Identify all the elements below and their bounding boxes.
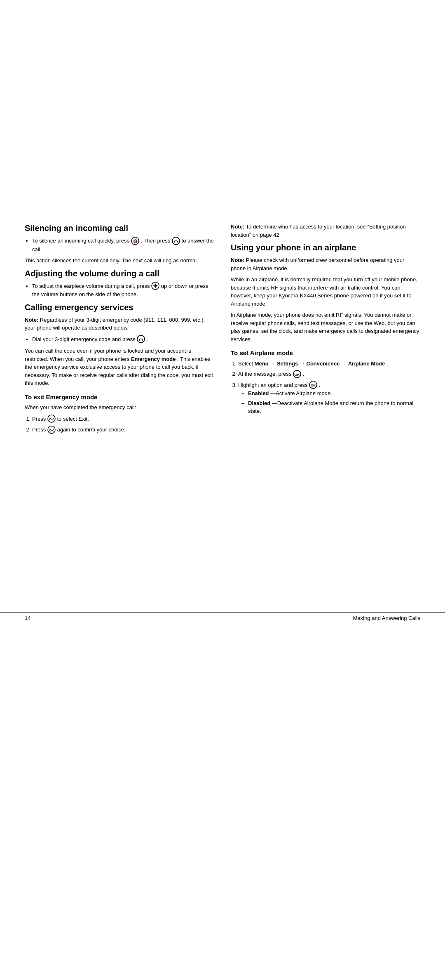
emergency-bullet1: Dial your 3-digit emergency code and pre…	[32, 335, 214, 344]
nav-icon	[151, 282, 159, 290]
emergency-bullets: Dial your 3-digit emergency code and pre…	[32, 335, 214, 344]
left-column: Silencing an incoming call To silence an…	[25, 223, 214, 438]
svg-marker-7	[155, 287, 156, 288]
silencing-body1: This action silences the current call on…	[25, 257, 214, 265]
section-airplane-title: Using your phone in an airplane	[231, 242, 420, 253]
section-set-airplane: To set Airplane mode Select Menu → Setti…	[231, 349, 420, 415]
dash-enabled: Enabled —Activate Airplane mode.	[248, 389, 420, 398]
svg-text:🔇: 🔇	[133, 239, 138, 244]
exit-emergency-title: To exit Emergency mode	[25, 393, 214, 401]
ok-icon-3: OK	[293, 370, 301, 378]
airplane-note: Note: Please check with uniformed crew p…	[231, 256, 420, 272]
send-icon-2	[137, 335, 145, 343]
svg-text:OK: OK	[311, 384, 316, 387]
ok-icon-4: OK	[309, 381, 317, 389]
right-note1: Note: To determine who has access to you…	[231, 223, 420, 239]
silencing-bullet1: To silence an incoming call quickly, pre…	[32, 237, 214, 253]
set-airplane-title: To set Airplane mode	[231, 349, 420, 357]
silence-icon: 🔇	[131, 237, 139, 245]
set-airplane-step2: At the message, press OK .	[238, 370, 420, 379]
exit-step1: Press OK to select Exit.	[32, 415, 214, 424]
section-silencing: Silencing an incoming call To silence an…	[25, 223, 214, 265]
section-emergency: Calling emergency services Note: Regardl…	[25, 302, 214, 434]
svg-text:OK: OK	[49, 417, 54, 421]
content-area: Silencing an incoming call To silence an…	[0, 0, 445, 462]
svg-marker-9	[156, 285, 158, 287]
volume-bullet1: To adjust the earpiece volume during a c…	[32, 282, 214, 299]
airplane-body2: In Airplane mode, your phone does not em…	[231, 311, 420, 343]
ok-icon-1: OK	[47, 415, 56, 423]
silencing-bullets: To silence an incoming call quickly, pre…	[32, 237, 214, 253]
exit-emergency-steps: Press OK to select Exit. Press	[32, 415, 214, 434]
section-silencing-title: Silencing an incoming call	[25, 223, 214, 233]
svg-point-10	[155, 285, 156, 287]
send-icon-1	[172, 237, 180, 245]
dash-disabled: Disabled —Deactivate Airplane Mode and r…	[248, 399, 420, 415]
svg-text:OK: OK	[295, 373, 300, 377]
footer: 14 Making and Answering Calls	[0, 612, 445, 621]
page: Silencing an incoming call To silence an…	[0, 0, 445, 980]
svg-marker-8	[153, 285, 155, 287]
section-volume-title: Adjusting the volume during a call	[25, 268, 214, 279]
footer-page-number: 14	[25, 615, 30, 621]
ok-icon-2: OK	[47, 426, 56, 434]
exit-step2: Press OK again to confirm your choice.	[32, 426, 214, 434]
emergency-body1: You can call the code even if your phone…	[25, 347, 214, 387]
section-volume: Adjusting the volume during a call To ad…	[25, 268, 214, 299]
right-column: Note: To determine who has access to you…	[231, 223, 420, 438]
svg-marker-6	[155, 283, 156, 285]
svg-text:OK: OK	[49, 429, 54, 432]
emergency-note: Note: Regardless of your 3-digit emergen…	[25, 316, 214, 332]
footer-chapter-title: Making and Answering Calls	[353, 615, 420, 621]
set-airplane-step3: Highlight an option and press OK . Enabl…	[238, 381, 420, 415]
volume-bullets: To adjust the earpiece volume during a c…	[32, 282, 214, 299]
set-airplane-step1: Select Menu → Settings → Convenience → A…	[238, 360, 420, 368]
subsection-exit-emergency: To exit Emergency mode When you have com…	[25, 393, 214, 434]
airplane-body1: While in an airplane, it is normally req…	[231, 276, 420, 308]
section-emergency-title: Calling emergency services	[25, 302, 214, 313]
section-airplane: Using your phone in an airplane Note: Pl…	[231, 242, 420, 343]
airplane-dash-list: Enabled —Activate Airplane mode. Disable…	[248, 389, 420, 415]
exit-emergency-intro: When you have completed the emergency ca…	[25, 403, 214, 412]
set-airplane-steps: Select Menu → Settings → Convenience → A…	[238, 360, 420, 415]
